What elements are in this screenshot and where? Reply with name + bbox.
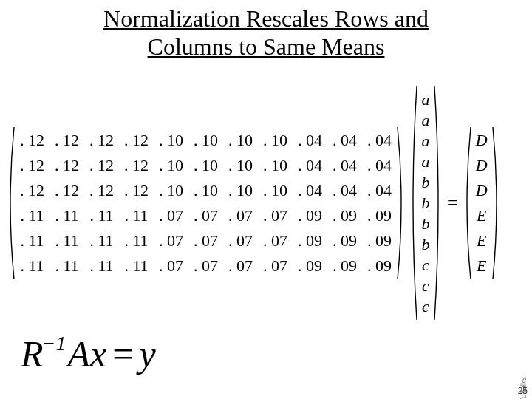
matrix-cell: . 10 [188, 128, 223, 153]
matrix-cell: . 11 [15, 253, 50, 279]
vector-x-cell: b [417, 193, 434, 214]
matrix-cell: . 07 [223, 228, 258, 253]
matrix-cell: . 12 [15, 128, 50, 153]
matrix-row: . 12. 12. 12. 12. 10. 10. 10. 10. 04. 04… [15, 128, 397, 153]
matrix-cell: . 07 [188, 228, 223, 253]
vector-x-cell: c [417, 276, 434, 296]
matrix-cell: . 12 [15, 153, 50, 178]
title-line1: Normalization Rescales Rows and [103, 5, 429, 32]
matrix-row: . 12. 12. 12. 12. 10. 10. 10. 10. 04. 04… [15, 178, 397, 203]
matrix-cell: . 09 [293, 253, 327, 279]
formula-y: y [139, 333, 155, 375]
matrix-row: . 12. 12. 12. 12. 10. 10. 10. 10. 04. 04… [15, 153, 397, 178]
vector-x-cell: a [417, 110, 434, 131]
vector-x-cell: a [417, 89, 434, 110]
matrix-cell: . 10 [258, 128, 293, 153]
vector-x-cell: c [417, 296, 434, 317]
matrix-cell: . 12 [119, 128, 154, 153]
left-paren-icon [463, 126, 471, 281]
matrix-cell: . 04 [293, 153, 327, 178]
equation-area: . 12. 12. 12. 12. 10. 10. 10. 10. 04. 04… [6, 74, 517, 332]
matrix-row: . 11. 11. 11. 11. 07. 07. 07. 07. 09. 09… [15, 253, 397, 279]
vector-x-cell: a [417, 151, 434, 172]
matrix-cell: . 11 [50, 203, 84, 228]
matrix-cell: . 12 [15, 178, 50, 203]
matrix-cell: . 04 [362, 153, 397, 178]
page-number: 25 [518, 386, 528, 396]
vector-x-cell: b [417, 214, 434, 234]
matrix-cell: . 07 [258, 228, 293, 253]
matrix-cell: . 11 [84, 253, 119, 279]
vector-x-body: aaaabbbbccc [417, 85, 434, 321]
matrix-cell: . 09 [327, 228, 362, 253]
matrix-cell: . 04 [327, 153, 362, 178]
formula-equals: = [106, 333, 139, 375]
matrix-cell: . 11 [119, 228, 154, 253]
matrix-cell: . 09 [362, 228, 397, 253]
matrix-cell: . 12 [84, 128, 119, 153]
matrix-cell: . 07 [223, 203, 258, 228]
vector-x-cell: b [417, 172, 434, 193]
matrix-cell: . 11 [50, 253, 84, 279]
formula-A: A [67, 333, 90, 375]
matrix-cell: . 07 [258, 203, 293, 228]
matrix-row: . 11. 11. 11. 11. 07. 07. 07. 07. 09. 09… [15, 203, 397, 228]
matrix-cell: . 07 [154, 253, 188, 279]
vector-y: DDDEEE [463, 126, 501, 281]
matrix-cell: . 04 [362, 178, 397, 203]
vector-y-cell: D [471, 153, 492, 178]
matrix-cell: . 10 [188, 178, 223, 203]
matrix-cell: . 04 [293, 178, 327, 203]
matrix-cell: . 09 [327, 253, 362, 279]
matrix-cell: . 07 [188, 253, 223, 279]
matrix-cell: . 07 [154, 228, 188, 253]
formula-x: x [90, 333, 106, 375]
matrix-cell: . 10 [154, 178, 188, 203]
matrix-cell: . 09 [362, 203, 397, 228]
formula-R: R [21, 333, 44, 375]
formula-inverse-exponent: −1 [42, 332, 66, 355]
matrix-cell: . 12 [84, 178, 119, 203]
matrix-cell: . 07 [154, 203, 188, 228]
matrix-cell: . 10 [154, 128, 188, 153]
title-line2: Columns to Same Means [148, 33, 385, 60]
matrix-cell: . 09 [293, 203, 327, 228]
vector-y-cell: E [471, 253, 492, 279]
right-paren-icon [397, 126, 406, 281]
matrix-cell: . 11 [84, 228, 119, 253]
matrix-A: . 12. 12. 12. 12. 10. 10. 10. 10. 04. 04… [6, 126, 406, 281]
matrix-cell: . 09 [327, 203, 362, 228]
slide: Normalization Rescales Rows and Columns … [0, 0, 532, 399]
matrix-cell: . 09 [293, 228, 327, 253]
left-paren-icon [409, 85, 417, 321]
matrix-cell: . 11 [119, 203, 154, 228]
matrix-cell: . 07 [258, 253, 293, 279]
vector-x-cell: c [417, 255, 434, 276]
vector-x-cell: b [417, 234, 434, 255]
matrix-cell: . 12 [84, 153, 119, 178]
matrix-cell: . 04 [327, 128, 362, 153]
equals-sign: = [443, 192, 463, 214]
right-paren-icon [492, 126, 501, 281]
formula: R−1Ax=y [21, 332, 156, 375]
matrix-cell: . 07 [223, 253, 258, 279]
slide-title: Normalization Rescales Rows and Columns … [0, 4, 532, 61]
matrix-cell: . 12 [50, 178, 84, 203]
matrix-cell: . 11 [15, 228, 50, 253]
matrix-cell: . 04 [362, 128, 397, 153]
matrix-cell: . 10 [223, 153, 258, 178]
matrix-cell: . 12 [119, 153, 154, 178]
matrix-row: . 11. 11. 11. 11. 07. 07. 07. 07. 09. 09… [15, 228, 397, 253]
matrix-cell: . 10 [188, 153, 223, 178]
matrix-cell: . 09 [362, 253, 397, 279]
vector-y-body: DDDEEE [471, 126, 492, 281]
matrix-cell: . 04 [293, 128, 327, 153]
matrix-cell: . 07 [188, 203, 223, 228]
matrix-cell: . 11 [15, 203, 50, 228]
matrix-cell: . 10 [258, 178, 293, 203]
matrix-cell: . 11 [119, 253, 154, 279]
left-paren-icon [6, 126, 15, 281]
vector-y-cell: D [471, 128, 492, 153]
vector-x-cell: a [417, 131, 434, 151]
matrix-cell: . 10 [223, 128, 258, 153]
